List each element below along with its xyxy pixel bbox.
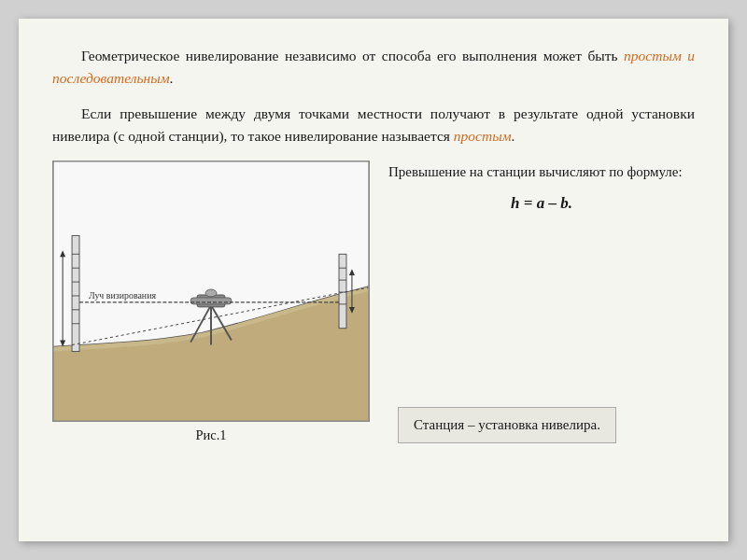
formula: h = a – b. bbox=[388, 190, 695, 216]
bottom-section: Луч визирования Рис.1 Превышение на стан… bbox=[52, 161, 695, 443]
svg-rect-11 bbox=[339, 254, 346, 328]
paragraph-2: Если превышение между двумя точками мест… bbox=[52, 103, 695, 147]
para1-end: . bbox=[170, 70, 174, 86]
svg-text:Луч визирования: Луч визирования bbox=[89, 290, 157, 301]
fig-caption: Рис.1 bbox=[52, 427, 370, 443]
station-box: Станция – установка нивелира. bbox=[398, 407, 616, 443]
slide: Геометрическое нивелирование независимо … bbox=[19, 19, 728, 541]
figure-box: Луч визирования bbox=[52, 161, 370, 422]
para2-end: . bbox=[512, 128, 515, 144]
svg-point-24 bbox=[205, 289, 217, 297]
paragraph-1: Геометрическое нивелирование независимо … bbox=[52, 45, 695, 90]
svg-rect-1 bbox=[72, 235, 79, 351]
right-area: Превышение на станции вычисляют по форму… bbox=[388, 161, 695, 443]
svg-rect-23 bbox=[190, 298, 232, 304]
para2-text: Если превышение между двумя точками мест… bbox=[52, 105, 695, 144]
para2-italic: простым bbox=[454, 128, 512, 144]
formula-intro: Превышение на станции вычисляют по форму… bbox=[388, 161, 695, 216]
figure-area: Луч визирования Рис.1 bbox=[52, 161, 370, 443]
station-label: Станция – установка нивелира. bbox=[414, 417, 600, 432]
para1-text1: Геометрическое нивелирование независимо … bbox=[81, 48, 624, 63]
